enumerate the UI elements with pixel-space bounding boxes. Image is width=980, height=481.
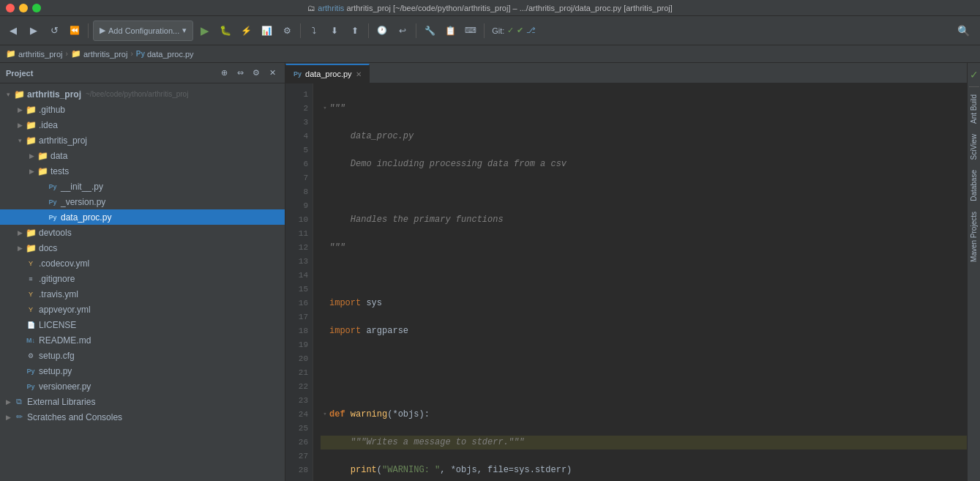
folder-icon: 📁 xyxy=(25,227,37,239)
editor-tabs: Py data_proc.py ✕ xyxy=(285,63,967,83)
debug-button[interactable]: 🐛 xyxy=(217,22,234,40)
maximize-button[interactable] xyxy=(32,4,41,12)
search-icon[interactable]: 🔍 xyxy=(957,25,976,37)
tree-item-pkg[interactable]: ▾ 📁 arthritis_proj xyxy=(0,133,285,148)
arrow-icon: ▾ xyxy=(3,89,13,100)
git-branch-icon: ⎇ xyxy=(526,26,536,35)
tree-item-setup-cfg[interactable]: ⚙ setup.cfg xyxy=(0,348,285,363)
sidebar: Project ⊕ ⇔ ⚙ ✕ ▾ 📁 arthritis_proj ~/bee… xyxy=(0,63,285,481)
panel-divider xyxy=(969,86,979,87)
sidebar-add-button[interactable]: ⊕ xyxy=(217,67,231,80)
folder-icon: 📁 xyxy=(71,49,81,59)
minimize-button[interactable] xyxy=(19,4,28,12)
tree-item-license[interactable]: 📄 LICENSE xyxy=(0,317,285,332)
arrow-icon: ▶ xyxy=(15,105,25,115)
tree-item-devtools[interactable]: ▶ 📁 devtools xyxy=(0,225,285,240)
tree-item-data-proc[interactable]: Py data_proc.py xyxy=(0,209,285,225)
tree-item-data[interactable]: ▶ 📁 data xyxy=(0,148,285,163)
vcs-operations-button[interactable]: 📋 xyxy=(441,22,459,40)
right-panel-database[interactable]: Database xyxy=(968,165,979,206)
arrow-icon: ▶ xyxy=(26,151,37,161)
right-panel-sciview[interactable]: SciView xyxy=(968,130,979,164)
add-configuration-button[interactable]: ▶ Add Configuration... ▾ xyxy=(93,20,193,41)
folder-icon: 📁 xyxy=(37,165,48,177)
arrow-spacer xyxy=(15,366,25,376)
terminal-button[interactable]: ⌨ xyxy=(462,22,479,40)
arrow-spacer xyxy=(15,289,25,299)
tree-item-idea[interactable]: ▶ 📁 .idea xyxy=(0,117,285,133)
yaml-icon: Y xyxy=(25,304,37,316)
forward-button[interactable]: ▶ xyxy=(25,22,42,40)
refresh-button[interactable]: ↺ xyxy=(45,22,63,40)
tree-item-init[interactable]: Py __init__.py xyxy=(0,179,285,194)
breadcrumb-sep-2: › xyxy=(130,50,132,58)
tree-item-tests[interactable]: ▶ 📁 tests xyxy=(0,163,285,179)
back-button[interactable]: ◀ xyxy=(4,22,22,40)
code-line-4 xyxy=(321,185,967,199)
txt-icon: ≡ xyxy=(25,273,37,285)
undo-changes-button[interactable]: ↩ xyxy=(394,22,411,40)
folder-icon: 📁 xyxy=(37,150,48,162)
python-icon: Py xyxy=(47,181,59,193)
toolbar-sep-3 xyxy=(368,23,369,38)
md-icon: M↓ xyxy=(25,335,37,346)
scratches-label: Scratches and Consoles xyxy=(27,412,122,422)
sidebar-title: Project xyxy=(6,69,214,78)
right-panel-ant-build[interactable]: Ant Build xyxy=(968,90,979,128)
run-button[interactable]: ▶ xyxy=(196,22,214,40)
code-editor[interactable]: ▾""" data_proc.py Demo including process… xyxy=(313,83,967,481)
tree-item-external-libs[interactable]: ▶ ⧉ External Libraries xyxy=(0,394,285,409)
folder-icon: 📁 xyxy=(25,104,37,116)
tree-item-codecov[interactable]: Y .codecov.yml xyxy=(0,256,285,271)
tree-item-root[interactable]: ▾ 📁 arthritis_proj ~/bee/code/python/art… xyxy=(0,86,285,102)
tree-item-version[interactable]: Py _version.py xyxy=(0,194,285,209)
code-line-5: Handles the primary functions xyxy=(321,213,967,227)
arrow-spacer xyxy=(37,212,47,223)
git-tick-icon: ✔ xyxy=(517,26,523,35)
code-line-7 xyxy=(321,269,967,283)
tree-item-scratches[interactable]: ▶ ✏ Scratches and Consoles xyxy=(0,409,285,425)
code-line-1: ▾""" xyxy=(321,102,967,116)
breadcrumb-file[interactable]: Py data_proc.py xyxy=(136,50,194,59)
tree-item-travis[interactable]: Y .travis.yml xyxy=(0,286,285,302)
tree-item-appveyor[interactable]: Y appveyor.yml xyxy=(0,302,285,317)
arrow-icon: ▶ xyxy=(15,243,25,253)
tree-item-versioneer[interactable]: Py versioneer.py xyxy=(0,379,285,394)
breadcrumb-pkg[interactable]: 📁 arthritis_proj xyxy=(71,49,128,59)
git-section: Git: ✓ ✔ ⎇ xyxy=(489,26,539,35)
close-button[interactable] xyxy=(6,4,15,12)
step-into-button[interactable]: ⬇ xyxy=(326,22,343,40)
tab-close-button[interactable]: ✕ xyxy=(356,70,362,78)
step-over-button[interactable]: ⤵ xyxy=(305,22,323,40)
arrow-icon: ▶ xyxy=(15,228,25,238)
concurrency-button[interactable]: ⚙ xyxy=(278,22,296,40)
tree-item-setup-py[interactable]: Py setup.py xyxy=(0,363,285,379)
project-icon: 📁 xyxy=(6,49,16,59)
toolbar-sep-1 xyxy=(88,23,89,38)
tab-data-proc[interactable]: Py data_proc.py ✕ xyxy=(285,64,370,83)
right-panel: ✓ Ant Build SciView Database Maven Proje… xyxy=(967,63,980,481)
code-line-6: """ xyxy=(321,241,967,255)
arrow-spacer xyxy=(15,351,25,361)
tree-item-docs[interactable]: ▶ 📁 docs xyxy=(0,240,285,256)
sidebar-close-button[interactable]: ✕ xyxy=(266,67,279,80)
tree-item-github[interactable]: ▶ 📁 .github xyxy=(0,102,285,117)
sidebar-settings-button[interactable]: ⚙ xyxy=(250,67,263,80)
tree-item-readme[interactable]: M↓ README.md xyxy=(0,332,285,348)
breadcrumb-root[interactable]: 📁 arthritis_proj xyxy=(6,49,63,59)
fold-1[interactable]: ▾ xyxy=(321,102,329,116)
undo-button[interactable]: ⏪ xyxy=(66,22,83,40)
cfg-icon: ⚙ xyxy=(25,350,37,362)
profile-button[interactable]: 📊 xyxy=(258,22,275,40)
run-coverage-button[interactable]: ⚡ xyxy=(237,22,255,40)
tab-label: data_proc.py xyxy=(305,70,352,78)
vcs-button[interactable]: 🕐 xyxy=(373,22,391,40)
right-panel-maven[interactable]: Maven Projects xyxy=(968,207,979,266)
tree-item-gitignore[interactable]: ≡ .gitignore xyxy=(0,271,285,286)
build-status-icon[interactable]: ✓ xyxy=(967,66,981,83)
settings-button[interactable]: 🔧 xyxy=(421,22,438,40)
sidebar-collapse-button[interactable]: ⇔ xyxy=(233,67,247,80)
code-line-8: import sys xyxy=(321,297,967,310)
step-out-button[interactable]: ⬆ xyxy=(346,22,364,40)
python-file-icon: Py xyxy=(136,50,145,58)
